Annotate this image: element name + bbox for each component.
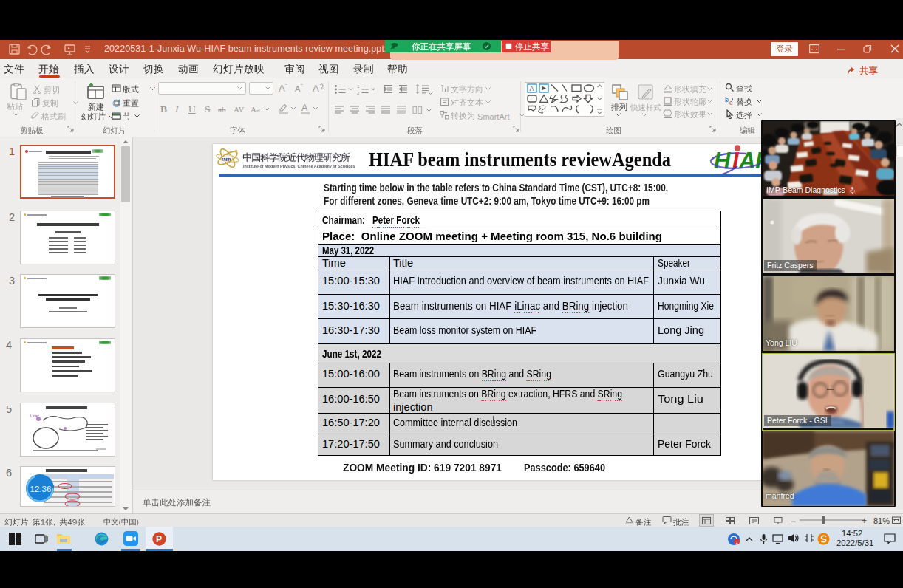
svg-text:c: c — [729, 99, 733, 106]
svg-text:A: A — [301, 103, 308, 113]
svg-text:U: U — [188, 103, 196, 114]
svg-text:A: A — [530, 85, 534, 92]
svg-text:b: b — [725, 96, 729, 103]
svg-text:I: I — [174, 103, 180, 114]
svg-text:ˇ: ˇ — [301, 83, 303, 89]
svg-text:Aa: Aa — [251, 105, 260, 114]
svg-text:A: A — [738, 148, 755, 174]
svg-text:iLinac: iLinac — [30, 414, 40, 418]
svg-text:1: 1 — [357, 84, 360, 89]
svg-text:B: B — [160, 103, 167, 114]
svg-text:S: S — [205, 103, 211, 114]
svg-text:ˆ: ˆ — [285, 83, 287, 89]
svg-text:IMP.: IMP. — [221, 157, 231, 162]
svg-text:A: A — [279, 83, 285, 94]
svg-text:A: A — [313, 83, 319, 94]
svg-text:2: 2 — [357, 91, 360, 95]
svg-text:P: P — [156, 534, 162, 544]
svg-text:A: A — [295, 84, 301, 93]
svg-text:ab: ab — [218, 105, 226, 114]
svg-text:12:36: 12:36 — [30, 485, 52, 493]
svg-text:H: H — [714, 148, 731, 174]
svg-text:AV: AV — [234, 105, 245, 114]
